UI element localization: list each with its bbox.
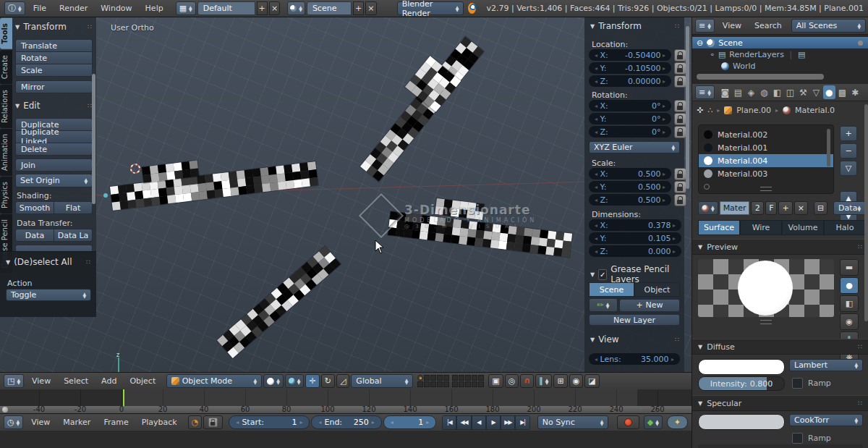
layer-cell[interactable] [465, 375, 471, 381]
material-remove-button[interactable]: − [840, 143, 857, 159]
layer-cell[interactable] [472, 375, 477, 381]
dimension-x--field[interactable]: ◂ X:0.378 ▸ [589, 219, 681, 231]
manipulator-translate-button[interactable]: ✛ [305, 374, 319, 388]
layer-cell[interactable] [430, 375, 436, 381]
panel-grip-icon[interactable]: ∷ [88, 23, 93, 30]
layer-cell[interactable] [452, 381, 458, 387]
record-button[interactable] [617, 415, 639, 429]
edit-panel-header[interactable]: ▼Edit∷ [15, 101, 93, 111]
opengl-render-button[interactable]: ◉ [569, 374, 584, 388]
opengl-animation-button[interactable]: ◪ [584, 374, 599, 388]
transform-panel-header[interactable]: ▼Transform∷ [15, 22, 93, 32]
expand-icon[interactable]: ∘ [710, 50, 715, 59]
topbar-menu-render[interactable]: Render [53, 4, 94, 13]
properties-scrollbar[interactable] [864, 104, 868, 321]
viewport-menu-add[interactable]: Add [95, 376, 123, 386]
play-button[interactable]: ▶ [486, 415, 501, 430]
layer-cell[interactable] [478, 375, 484, 381]
diffuse-shader-dropdown[interactable]: Lambert▲▼ [789, 359, 863, 371]
transform-scale-button[interactable]: Scale [15, 64, 93, 77]
lock-axis-button[interactable] [674, 62, 686, 75]
outliner-hscrollbar[interactable] [697, 74, 824, 80]
outliner-item-renderlayers[interactable]: ∘ ▤ RenderLayers ❘ ▤ [692, 48, 868, 60]
render-layers-tab-icon[interactable]: ▤ [732, 85, 744, 99]
transform-rotate-button[interactable]: Rotate [15, 52, 93, 64]
nodes-icon[interactable]: ∴ [707, 106, 712, 115]
tool-shelf-tab-tools[interactable]: Tools [0, 18, 12, 49]
material-browse-button[interactable]: ▲▼ [698, 201, 718, 215]
location-z--field[interactable]: ◂ Z:0.00000 ▸ [589, 75, 671, 87]
transform-panel-header[interactable]: ▼Transform∷ [590, 21, 680, 31]
snap-element-dropdown[interactable]: ∥▲▼ [535, 374, 552, 388]
layer-cell[interactable] [465, 381, 471, 387]
panel-grip-icon[interactable]: ∷ [858, 343, 863, 350]
outliner-scrollbar-dot[interactable] [858, 41, 863, 46]
layer-cell[interactable] [424, 375, 430, 381]
rotation-mode-dropdown[interactable]: XYZ Euler▲▼ [589, 141, 680, 153]
scale-x--field[interactable]: ◂ X:0.500 ▸ [589, 168, 671, 179]
material-type-tab-surface[interactable]: Surface [698, 220, 740, 235]
tool-shelf-tab-create[interactable]: Create [0, 50, 12, 84]
lock-axis-button[interactable] [674, 168, 686, 180]
outliner-menu-view[interactable]: View [716, 21, 748, 30]
timeline-menu-view[interactable]: View [25, 418, 56, 427]
timeline-menu-frame[interactable]: Frame [97, 418, 135, 427]
sync-dropdown[interactable]: No Sync▲▼ [537, 415, 609, 429]
unlink-material-button[interactable]: × [794, 201, 808, 215]
data-transfer-data-button[interactable]: Data [15, 229, 54, 242]
info-editor-selector[interactable]: ⓘ▲▼ [4, 1, 25, 15]
material-name-field[interactable]: Mater [720, 201, 750, 215]
breadcrumb-material[interactable]: Material.0 [795, 106, 835, 115]
topbar-menu-window[interactable]: Window [94, 4, 138, 13]
layer-cell[interactable] [417, 381, 423, 387]
location-y--field[interactable]: ◂ Y:-0.10500 ▸ [589, 62, 671, 74]
layer-cell[interactable] [459, 381, 464, 387]
npanel-scrollbar[interactable] [686, 26, 689, 189]
dimension-y--field[interactable]: ◂ Y:0.105 ▸ [589, 232, 681, 244]
action-dropdown[interactable]: Toggle▲▼ [6, 289, 91, 301]
material-add-button[interactable]: + [840, 126, 857, 141]
material-slot-material-002[interactable]: Material.002 [699, 128, 833, 141]
render-engine-dropdown[interactable]: Blender Render▲▼ [397, 1, 464, 15]
empty-object-dot[interactable] [103, 193, 108, 198]
grease-pencil-brush-button[interactable]: ✏▲▼ [589, 298, 618, 312]
pin-icon[interactable]: ✜ [697, 106, 703, 115]
world-tab-icon[interactable]: ◍ [758, 85, 770, 99]
shading-flat-button[interactable]: Flat [54, 201, 93, 214]
preview-resize-grip[interactable] [760, 320, 772, 324]
fake-user-button[interactable]: F [765, 201, 777, 215]
grease-pencil-checkbox[interactable]: ✓ [598, 269, 607, 280]
preview-cube-button[interactable]: ◧ [840, 295, 859, 312]
lock-camera-button[interactable]: ▣ [488, 374, 503, 388]
timeline-ruler[interactable]: -40-200204060801001201401601802002202402… [0, 389, 692, 413]
list-resize-grip[interactable] [760, 187, 772, 191]
material-type-tab-volume[interactable]: Volume [782, 220, 824, 235]
manipulator-scale-button[interactable]: ◿ [336, 374, 349, 388]
material-type-tab-wire[interactable]: Wire [740, 220, 782, 235]
scene-add-button[interactable]: + [353, 1, 364, 15]
layout-icon-button[interactable]: ▦▲▼ [176, 1, 196, 15]
view-panel-header[interactable]: ▼View∷ [590, 334, 680, 345]
active-keying-set-field[interactable]: ✦ [667, 415, 688, 429]
timeline-editor-selector[interactable]: ◷▲▼ [4, 415, 23, 429]
particles-tab-icon[interactable]: ✱ [849, 85, 861, 99]
panel-grip-icon[interactable]: ∷ [858, 400, 863, 407]
dimension-z--field[interactable]: ◂ Z:0.000 ▸ [589, 245, 681, 257]
clipped-button[interactable] [15, 245, 93, 251]
material-tab-icon[interactable]: ● [823, 85, 835, 99]
layer-cell[interactable] [437, 381, 443, 387]
new-material-button[interactable]: + [778, 201, 792, 215]
lock-axis-button[interactable] [674, 194, 686, 206]
layout-name-field[interactable]: Default [197, 1, 255, 15]
play-reverse-button[interactable]: ◀ [472, 415, 486, 430]
jump-start-button[interactable]: |◀ [442, 415, 456, 430]
diffuse-panel-header[interactable]: ▼Diffuse∷ [692, 339, 868, 355]
diffuse-color-swatch[interactable] [698, 359, 785, 375]
layer-cell[interactable] [459, 375, 464, 381]
data-source-dropdown[interactable]: Data▲▼ [833, 201, 866, 215]
rotation-y--field[interactable]: ◂ Y:0° ▸ [589, 113, 671, 124]
material-slot-material-003[interactable]: Material.003 [699, 167, 833, 180]
diffuse-intensity-slider[interactable]: Intensity:0.800 [698, 376, 785, 391]
timeline-menu-playback[interactable]: Playback [135, 418, 184, 427]
panel-grip-icon[interactable]: ∷ [675, 22, 680, 30]
